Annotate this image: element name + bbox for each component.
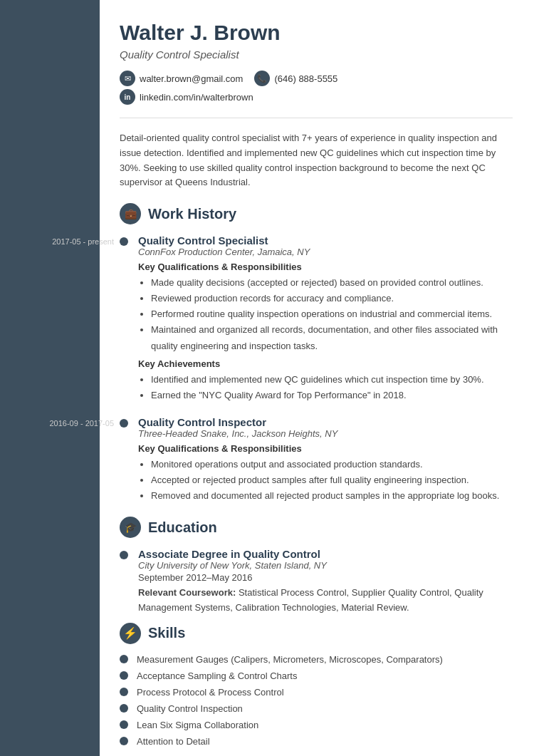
skills-section-header: ⚡ Skills — [120, 623, 513, 644]
job-1-qualifications-heading: Key Qualifications & Responsibilities — [138, 262, 513, 272]
skill-1-text: Measurement Gauges (Calipers, Micrometer… — [137, 654, 443, 665]
job-2-dot — [120, 419, 128, 428]
job-1-qual-4: Maintained and organized all records, do… — [151, 322, 513, 353]
education-section-header: 🎓 Education — [120, 517, 513, 538]
skill-4-text: Quality Control Inspection — [137, 703, 243, 714]
sidebar — [0, 0, 100, 756]
contact-row-1: ✉ walter.brown@gmail.com 📞 (646) 888-555… — [120, 71, 513, 86]
job-2-company: Three-Headed Snake, Inc., Jackson Height… — [138, 428, 513, 439]
job-1-qualifications-list: Made quality decisions (accepted or reje… — [138, 275, 513, 353]
job-1-qual-1: Made quality decisions (accepted or reje… — [151, 275, 513, 291]
contact-row-2: in linkedin.com/in/walterbrown — [120, 89, 513, 105]
work-section: 💼 Work History 2017-05 - present Quality… — [120, 203, 513, 504]
work-section-header: 💼 Work History — [120, 203, 513, 224]
skill-1-dot — [120, 655, 128, 663]
job-1-achievements-list: Identified and implemented new QC guidel… — [138, 372, 513, 403]
job-2-content: Quality Control Inspector Three-Headed S… — [138, 416, 513, 504]
linkedin-value: linkedin.com/in/walterbrown — [140, 92, 253, 103]
job-1-ach-1: Identified and implemented new QC guidel… — [151, 372, 513, 388]
coursework-label: Relevant Coursework: — [138, 587, 236, 598]
education-section: 🎓 Education Associate Degree in Quality … — [120, 517, 513, 616]
skill-3-dot — [120, 688, 128, 696]
edu-1-dates: September 2012–May 2016 — [138, 572, 513, 583]
skill-4-dot — [120, 704, 128, 713]
skill-4: Quality Control Inspection — [120, 703, 513, 714]
work-section-title: Work History — [148, 206, 236, 222]
email-icon: ✉ — [120, 71, 135, 86]
job-2-qualifications-list: Monitored operations output and associat… — [138, 457, 513, 504]
job-1-company: ConnFox Production Center, Jamaica, NY — [138, 247, 513, 257]
email-value: walter.brown@gmail.com — [140, 73, 243, 84]
job-1-qual-3: Performed routine quality inspection ope… — [151, 306, 513, 322]
header: Walter J. Brown Quality Control Speciali… — [120, 20, 513, 105]
skill-6-text: Attention to Detail — [137, 736, 210, 747]
main-content: Walter J. Brown Quality Control Speciali… — [100, 0, 534, 756]
job-2-qual-3: Removed and documented all rejected prod… — [151, 488, 513, 504]
phone-value: (646) 888-5555 — [274, 73, 337, 84]
skills-icon: ⚡ — [120, 623, 141, 644]
job-1: 2017-05 - present Quality Control Specia… — [120, 234, 513, 403]
skill-5-dot — [120, 720, 128, 729]
skills-list: Measurement Gauges (Calipers, Micrometer… — [120, 654, 513, 747]
job-1-achievements-heading: Key Achievements — [138, 358, 513, 369]
header-divider — [120, 118, 513, 118]
phone-icon: 📞 — [254, 71, 270, 86]
skill-2-text: Acceptance Sampling & Control Charts — [137, 670, 297, 681]
edu-1-coursework: Relevant Coursework: Statistical Process… — [138, 586, 513, 616]
skills-section-title: Skills — [148, 625, 185, 641]
education-section-title: Education — [148, 519, 217, 536]
job-1-title: Quality Control Specialist — [138, 234, 513, 247]
job-1-dot — [120, 237, 128, 246]
job-2-qualifications-heading: Key Qualifications & Responsibilities — [138, 443, 513, 454]
job-1-date: 2017-05 - present — [21, 237, 114, 246]
skill-3: Process Protocol & Process Control — [120, 687, 513, 698]
job-2-date: 2016-09 - 2017-05 — [21, 419, 114, 428]
job-1-content: Quality Control Specialist ConnFox Produ… — [138, 234, 513, 403]
skill-5: Lean Six Sigma Collaboration — [120, 720, 513, 730]
education-icon: 🎓 — [120, 517, 141, 538]
edu-1-dot — [120, 551, 128, 559]
linkedin-icon: in — [120, 89, 135, 105]
edu-1-content: Associate Degree in Quality Control City… — [138, 548, 513, 616]
skill-1: Measurement Gauges (Calipers, Micrometer… — [120, 654, 513, 665]
job-2-title: Quality Control Inspector — [138, 416, 513, 428]
skill-5-text: Lean Six Sigma Collaboration — [137, 720, 258, 730]
edu-1-degree: Associate Degree in Quality Control — [138, 548, 513, 560]
phone-contact: 📞 (646) 888-5555 — [254, 71, 337, 86]
skill-2: Acceptance Sampling & Control Charts — [120, 670, 513, 681]
edu-1-institution: City University of New York, Staten Isla… — [138, 560, 513, 571]
job-2: 2016-09 - 2017-05 Quality Control Inspec… — [120, 416, 513, 504]
job-2-qual-1: Monitored operations output and associat… — [151, 457, 513, 472]
linkedin-contact: in linkedin.com/in/walterbrown — [120, 89, 253, 105]
email-contact: ✉ walter.brown@gmail.com — [120, 71, 243, 86]
candidate-name: Walter J. Brown — [120, 20, 513, 46]
skill-6-dot — [120, 737, 128, 745]
candidate-title: Quality Control Specialist — [120, 48, 513, 61]
skill-6: Attention to Detail — [120, 736, 513, 747]
job-1-ach-2: Earned the "NYC Quality Award for Top Pe… — [151, 388, 513, 403]
skills-section: ⚡ Skills Measurement Gauges (Calipers, M… — [120, 623, 513, 747]
skill-2-dot — [120, 671, 128, 680]
skill-3-text: Process Protocol & Process Control — [137, 687, 284, 698]
job-2-qual-2: Accepted or rejected product samples aft… — [151, 472, 513, 488]
summary-text: Detail-oriented quality control speciali… — [120, 131, 513, 190]
work-icon: 💼 — [120, 203, 141, 224]
job-1-qual-2: Reviewed production records for accuracy… — [151, 291, 513, 306]
edu-1: Associate Degree in Quality Control City… — [120, 548, 513, 616]
